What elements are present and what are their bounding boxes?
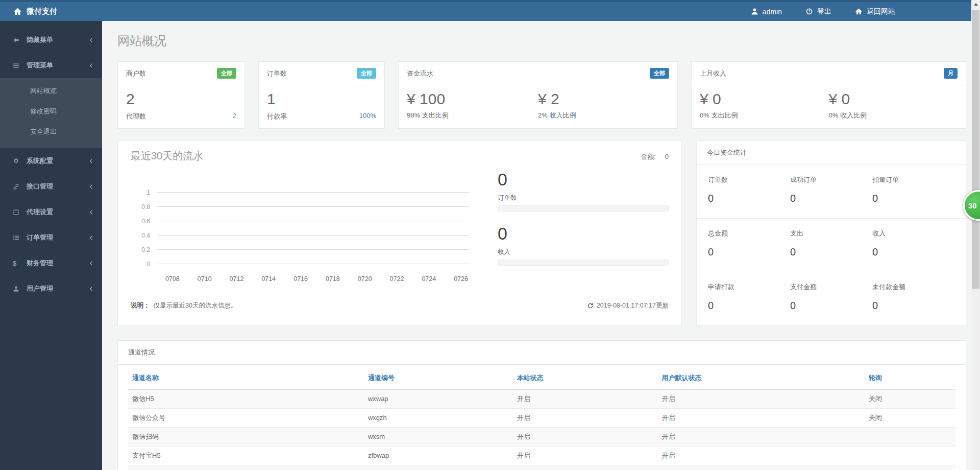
stat-label: 未付款金额 (872, 283, 954, 292)
card-value: ¥ 0 (829, 90, 958, 108)
stat-cards-row: 商户数 全部 2 代理数 2 订单数 全部 1 付款率 100% (117, 61, 966, 129)
sidebar: 隐藏菜单 管理菜单 网站概览 修改密码 安全退出 系统配置 (0, 21, 102, 470)
y-tick: 0.6 (131, 218, 157, 225)
stat-value: 0 (790, 300, 872, 312)
cell-channel-code: zfbwap (364, 446, 513, 465)
stat-label: 扣量订单 (872, 175, 954, 184)
column-header-site-status[interactable]: 本站状态 (513, 366, 658, 390)
cell-user-default-status: 开启 (657, 427, 864, 446)
sidebar-item-label: 接口管理 (27, 182, 53, 191)
sidebar-item-system-config[interactable]: 系统配置 (0, 148, 102, 174)
channels-panel-title: 通道情况 (118, 341, 966, 365)
flow-panel-title: 最近30天的流水 (131, 149, 203, 163)
card-foot-label: 代理数 (126, 112, 146, 121)
income-value: 0 (498, 224, 669, 243)
sidebar-subitem-site-overview[interactable]: 网站概览 (0, 81, 102, 101)
channels-panel: 通道情况 通道名称 通道编号 本站状态 用户默认状态 轮询 微信H5wxwap开… (117, 340, 966, 470)
cell-channel-name: 微信公众号 (128, 408, 364, 427)
cell-polling (865, 427, 955, 446)
updated-timestamp: 2019-08-01 17:07:17更新 (597, 301, 669, 310)
cell-channel-name: 微信扫码 (128, 427, 364, 446)
card-value: ¥ 2 (538, 90, 669, 108)
status-badge: 全部 (217, 68, 236, 79)
stat-card-orders: 订单数 全部 1 付款率 100% (258, 61, 385, 129)
sidebar-item-agent-settings[interactable]: 代理设置 (0, 199, 102, 225)
column-header-channel-name[interactable]: 通道名称 (128, 366, 364, 390)
gear-icon (13, 158, 22, 165)
y-tick: 0.8 (131, 203, 157, 210)
sidebar-item-label: 用户管理 (27, 284, 53, 293)
status-badge: 月 (944, 68, 958, 79)
sidebar-item-label: 系统配置 (27, 156, 53, 166)
user-menu[interactable]: admin (751, 8, 782, 16)
card-percent-label: 2% 收入比例 (538, 111, 669, 120)
cell-polling (865, 446, 955, 465)
brand-label: 微付支付 (27, 7, 57, 16)
sidebar-item-hide-menu[interactable]: 隐藏菜单 (0, 27, 102, 53)
cell-polling (865, 465, 955, 470)
column-header-polling[interactable]: 轮询 (865, 366, 955, 390)
vertical-scrollbar[interactable] (971, 0, 980, 470)
sidebar-item-order-manage[interactable]: 订单管理 (0, 225, 102, 250)
cell-site-status: 开启 (513, 427, 658, 446)
sidebar-item-manage-menu[interactable]: 管理菜单 (0, 53, 102, 78)
cell-polling: 关闭 (865, 408, 955, 427)
card-value: 2 (126, 90, 236, 108)
stat-card-merchants: 商户数 全部 2 代理数 2 (117, 61, 245, 129)
brand[interactable]: 微付支付 (0, 7, 102, 16)
sidebar-item-finance-manage[interactable]: $ 财务管理 (0, 250, 102, 276)
note-text: 仅显示最近30天的流水信息。 (154, 302, 237, 309)
back-site-link[interactable]: 返回网站 (855, 7, 895, 16)
cell-user-default-status: 开启 (657, 465, 864, 470)
amount-value: 0 (665, 153, 669, 160)
cell-site-status: 开启 (513, 389, 658, 408)
sidebar-subitem-safe-logout[interactable]: 安全退出 (0, 122, 102, 142)
table-header-row: 通道名称 通道编号 本站状态 用户默认状态 轮询 (128, 366, 955, 390)
table-row: 微信公众号wxgzh开启开启关闭 (128, 408, 955, 427)
logout-button[interactable]: 登出 (805, 7, 831, 16)
refresh-icon[interactable] (587, 302, 594, 309)
sidebar-item-interface-manage[interactable]: 接口管理 (0, 174, 102, 199)
square-icon (13, 209, 22, 216)
column-header-channel-code[interactable]: 通道编号 (364, 366, 513, 390)
table-row: 微信H5wxwap开启开启关闭 (128, 389, 955, 408)
chevron-left-icon (88, 37, 94, 43)
list-icon (13, 234, 22, 241)
orders-progress-bar (498, 205, 669, 212)
scrollbar-up-arrow-icon[interactable] (971, 0, 980, 9)
scrollbar-thumb[interactable] (972, 10, 979, 289)
logout-label: 登出 (817, 7, 831, 16)
chevron-left-icon (88, 235, 94, 241)
chevron-left-icon (88, 184, 94, 190)
card-title: 商户数 (126, 69, 146, 78)
dollar-icon: $ (13, 260, 22, 267)
cell-site-status: 开启 (513, 465, 658, 470)
sidebar-item-user-manage[interactable]: 用户管理 (0, 276, 102, 301)
stat-value: 0 (790, 246, 872, 258)
table-row: 支付宝扫码zfbsm开启开启 (128, 465, 955, 470)
stat-value: 0 (872, 300, 954, 312)
stat-label: 成功订单 (790, 175, 872, 184)
sidebar-nav: 隐藏菜单 管理菜单 网站概览 修改密码 安全退出 系统配置 (0, 21, 102, 301)
column-header-user-default-status[interactable]: 用户默认状态 (657, 366, 864, 390)
y-tick: 0 (131, 261, 157, 268)
card-foot-value: 2 (233, 112, 236, 121)
sidebar-subitem-change-password[interactable]: 修改密码 (0, 101, 102, 122)
income-label: 收入 (498, 248, 669, 256)
user-icon (13, 286, 22, 292)
channels-table: 通道名称 通道编号 本站状态 用户默认状态 轮询 微信H5wxwap开启开启关闭… (128, 366, 955, 470)
orders-count-label: 订单数 (498, 194, 669, 202)
cell-channel-code: wxgzh (364, 408, 513, 427)
main-content: 网站概况 商户数 全部 2 代理数 2 订单数 全部 1 (102, 21, 980, 470)
stat-label: 申请打款 (708, 283, 790, 292)
sidebar-item-label: 订单管理 (27, 233, 53, 242)
user-icon (751, 8, 758, 15)
support-badge-label: 30 (968, 201, 977, 210)
topbar-menu: admin 登出 返回网站 (751, 7, 895, 16)
stat-label: 支出 (790, 229, 872, 238)
stat-label: 订单数 (708, 175, 790, 184)
amount-label: 金额: (641, 153, 656, 160)
home-icon (855, 8, 863, 15)
status-badge: 全部 (650, 68, 669, 79)
y-tick: 1 (131, 189, 157, 196)
